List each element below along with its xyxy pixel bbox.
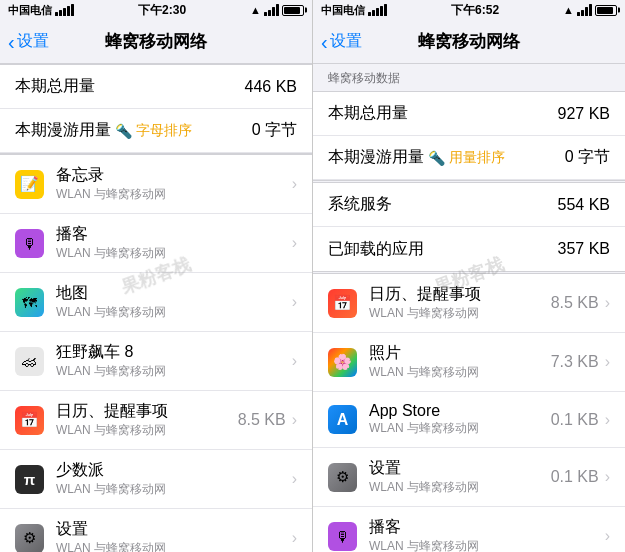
item-content-podcast: 播客 WLAN 与蜂窝移动网 bbox=[56, 224, 292, 262]
item-content-settings2: 设置 WLAN 与蜂窝移动网 bbox=[369, 458, 551, 496]
list-item[interactable]: ⚙ 设置 WLAN 与蜂窝移动网 0.1 KB › bbox=[313, 448, 625, 507]
left-back-label[interactable]: 设置 bbox=[17, 31, 49, 52]
right-summary-group: 本期总用量 927 KB 本期漫游用量 🔦 用量排序 0 字节 bbox=[313, 91, 625, 181]
item-content-memo: 备忘录 WLAN 与蜂窝移动网 bbox=[56, 165, 292, 203]
left-wifi-icon: ▲ bbox=[250, 4, 261, 16]
right-system-services-row[interactable]: 系统服务 554 KB bbox=[313, 183, 625, 227]
app-icon-settings2: ⚙ bbox=[328, 463, 357, 492]
item-content-photos: 照片 WLAN 与蜂窝移动网 bbox=[369, 343, 551, 381]
chevron-right-icon: › bbox=[605, 294, 610, 312]
right-status-left: 中国电信 bbox=[321, 3, 387, 18]
list-item[interactable]: 🌸 照片 WLAN 与蜂窝移动网 7.3 KB › bbox=[313, 333, 625, 392]
list-item[interactable]: ⚙ 设置 WLAN 与蜂窝移动网 › bbox=[0, 509, 312, 552]
item-content-appstore: App Store WLAN 与蜂窝移动网 bbox=[369, 402, 551, 437]
item-content-shaosu: 少数派 WLAN 与蜂窝移动网 bbox=[56, 460, 292, 498]
item-subtitle-calendar2: WLAN 与蜂窝移动网 bbox=[369, 305, 551, 322]
right-app-list: 📅 日历、提醒事项 WLAN 与蜂窝移动网 8.5 KB › 🌸 照片 WLAN… bbox=[313, 273, 625, 552]
item-title-calendar2: 日历、提醒事项 bbox=[369, 284, 551, 305]
left-back-button[interactable]: ‹ 设置 bbox=[8, 31, 49, 52]
left-roaming-text: 本期漫游用量 bbox=[15, 120, 111, 141]
left-status-bar: 中国电信 下午2:30 ▲ bbox=[0, 0, 312, 20]
left-status-right: ▲ bbox=[250, 4, 304, 16]
chevron-right-icon: › bbox=[605, 527, 610, 545]
list-item[interactable]: π 少数派 WLAN 与蜂窝移动网 › bbox=[0, 450, 312, 509]
right-roaming-text: 本期漫游用量 bbox=[328, 147, 424, 168]
left-back-arrow-icon: ‹ bbox=[8, 32, 15, 52]
app-icon-settings: ⚙ bbox=[15, 524, 44, 553]
item-value-appstore: 0.1 KB bbox=[551, 411, 599, 429]
app-icon-appstore: A bbox=[328, 405, 357, 434]
item-title-memo: 备忘录 bbox=[56, 165, 292, 186]
right-status-right: ▲ bbox=[563, 4, 617, 16]
item-value-calendar: 8.5 KB bbox=[238, 411, 286, 429]
right-total-label: 本期总用量 bbox=[328, 103, 408, 124]
left-roaming-icon: 🔦 bbox=[115, 123, 132, 139]
right-uninstalled-label: 已卸载的应用 bbox=[328, 239, 424, 260]
item-subtitle-calendar: WLAN 与蜂窝移动网 bbox=[56, 422, 238, 439]
app-icon-podcast: 🎙 bbox=[15, 229, 44, 258]
left-battery bbox=[282, 5, 304, 16]
item-title-settings2: 设置 bbox=[369, 458, 551, 479]
left-summary-group: 本期总用量 446 KB 本期漫游用量 🔦 字母排序 0 字节 bbox=[0, 64, 312, 154]
right-nav-title: 蜂窝移动网络 bbox=[418, 30, 520, 53]
right-back-button[interactable]: ‹ 设置 bbox=[321, 31, 362, 52]
item-content-settings: 设置 WLAN 与蜂窝移动网 bbox=[56, 519, 292, 552]
left-signal bbox=[55, 4, 74, 16]
app-icon-racing: 🏎 bbox=[15, 347, 44, 376]
list-item[interactable]: A App Store WLAN 与蜂窝移动网 0.1 KB › bbox=[313, 392, 625, 448]
right-total-usage-row: 本期总用量 927 KB bbox=[313, 92, 625, 136]
app-icon-calendar2: 📅 bbox=[328, 289, 357, 318]
app-icon-shaosu: π bbox=[15, 465, 44, 494]
list-item[interactable]: 🗺 地图 WLAN 与蜂窝移动网 › bbox=[0, 273, 312, 332]
right-panel: 中国电信 下午6:52 ▲ ‹ bbox=[313, 0, 625, 552]
left-scroll-area[interactable]: 本期总用量 446 KB 本期漫游用量 🔦 字母排序 0 字节 📝 备忘录 WL… bbox=[0, 64, 312, 552]
chevron-right-icon: › bbox=[292, 234, 297, 252]
list-item[interactable]: 🏎 狂野飙车 8 WLAN 与蜂窝移动网 › bbox=[0, 332, 312, 391]
item-subtitle-settings2: WLAN 与蜂窝移动网 bbox=[369, 479, 551, 496]
item-subtitle-podcast: WLAN 与蜂窝移动网 bbox=[56, 245, 292, 262]
left-total-label: 本期总用量 bbox=[15, 76, 95, 97]
chevron-right-icon: › bbox=[605, 353, 610, 371]
item-content-calendar: 日历、提醒事项 WLAN 与蜂窝移动网 bbox=[56, 401, 238, 439]
left-panel: 中国电信 下午2:30 ▲ ‹ bbox=[0, 0, 313, 552]
list-item[interactable]: 📝 备忘录 WLAN 与蜂窝移动网 › bbox=[0, 155, 312, 214]
right-uninstalled-row: 已卸载的应用 357 KB bbox=[313, 227, 625, 271]
right-wifi-icon: ▲ bbox=[563, 4, 574, 16]
right-roaming-label-group: 本期漫游用量 🔦 用量排序 bbox=[328, 147, 505, 168]
app-icon-memo: 📝 bbox=[15, 170, 44, 199]
left-roaming-row: 本期漫游用量 🔦 字母排序 0 字节 bbox=[0, 109, 312, 153]
list-item[interactable]: 🎙 播客 WLAN 与蜂窝移动网 › bbox=[313, 507, 625, 552]
right-scroll-area[interactable]: 蜂窝移动数据 本期总用量 927 KB 本期漫游用量 🔦 用量排序 0 字节 系… bbox=[313, 64, 625, 552]
left-time: 下午2:30 bbox=[138, 2, 186, 19]
chevron-right-icon: › bbox=[292, 529, 297, 547]
item-subtitle-racing: WLAN 与蜂窝移动网 bbox=[56, 363, 292, 380]
right-sort-label[interactable]: 用量排序 bbox=[449, 149, 505, 167]
chevron-right-icon: › bbox=[605, 468, 610, 486]
left-nav-title: 蜂窝移动网络 bbox=[105, 30, 207, 53]
list-item[interactable]: 🎙 播客 WLAN 与蜂窝移动网 › bbox=[0, 214, 312, 273]
item-value-calendar2: 8.5 KB bbox=[551, 294, 599, 312]
right-total-value: 927 KB bbox=[558, 105, 610, 123]
left-sort-label[interactable]: 字母排序 bbox=[136, 122, 192, 140]
right-roaming-value: 0 字节 bbox=[565, 147, 610, 168]
left-cellular bbox=[264, 4, 279, 16]
list-item[interactable]: 📅 日历、提醒事项 WLAN 与蜂窝移动网 8.5 KB › bbox=[0, 391, 312, 450]
right-roaming-row: 本期漫游用量 🔦 用量排序 0 字节 bbox=[313, 136, 625, 180]
left-roaming-value: 0 字节 bbox=[252, 120, 297, 141]
item-title-podcast2: 播客 bbox=[369, 517, 605, 538]
item-subtitle-shaosu: WLAN 与蜂窝移动网 bbox=[56, 481, 292, 498]
item-title-appstore: App Store bbox=[369, 402, 551, 420]
item-title-photos: 照片 bbox=[369, 343, 551, 364]
right-system-group: 系统服务 554 KB 已卸载的应用 357 KB bbox=[313, 182, 625, 272]
app-icon-maps: 🗺 bbox=[15, 288, 44, 317]
item-title-settings: 设置 bbox=[56, 519, 292, 540]
list-item[interactable]: 📅 日历、提醒事项 WLAN 与蜂窝移动网 8.5 KB › bbox=[313, 274, 625, 333]
right-back-arrow-icon: ‹ bbox=[321, 32, 328, 52]
right-carrier: 中国电信 bbox=[321, 3, 365, 18]
right-back-label[interactable]: 设置 bbox=[330, 31, 362, 52]
item-title-racing: 狂野飙车 8 bbox=[56, 342, 292, 363]
chevron-right-icon: › bbox=[292, 175, 297, 193]
left-app-list: 📝 备忘录 WLAN 与蜂窝移动网 › 🎙 播客 WLAN 与蜂窝移动网 › 🗺 bbox=[0, 154, 312, 552]
item-title-maps: 地图 bbox=[56, 283, 292, 304]
right-system-services-label: 系统服务 bbox=[328, 194, 392, 215]
